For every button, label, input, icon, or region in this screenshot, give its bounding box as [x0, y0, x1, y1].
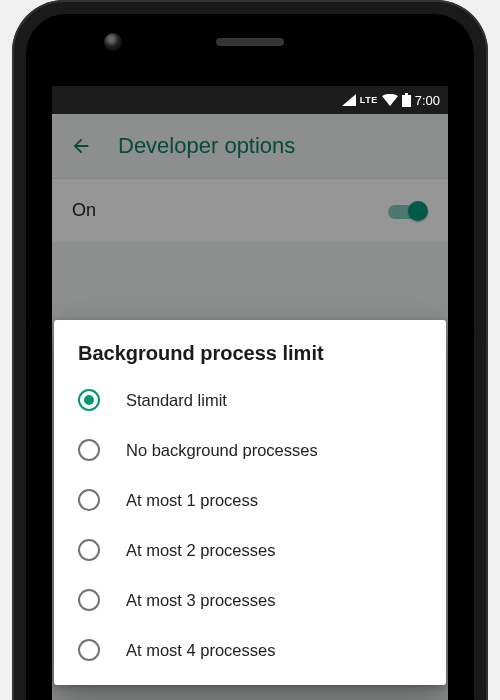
phone-speaker: [216, 38, 284, 46]
option-at-most-4[interactable]: At most 4 processes: [54, 625, 446, 675]
option-label: At most 3 processes: [126, 591, 275, 610]
radio-icon: [78, 589, 100, 611]
wifi-icon: [382, 94, 398, 106]
option-label: At most 4 processes: [126, 641, 275, 660]
option-no-background[interactable]: No background processes: [54, 425, 446, 475]
master-toggle-label: On: [72, 200, 96, 221]
svg-rect-0: [402, 95, 411, 107]
option-standard-limit[interactable]: Standard limit: [54, 375, 446, 425]
option-at-most-3[interactable]: At most 3 processes: [54, 575, 446, 625]
clock-text: 7:00: [415, 93, 440, 108]
radio-icon: [78, 639, 100, 661]
network-label: LTE: [360, 95, 378, 105]
option-at-most-1[interactable]: At most 1 process: [54, 475, 446, 525]
dialog-title: Background process limit: [54, 342, 446, 375]
process-limit-dialog: Background process limit Standard limit …: [54, 320, 446, 685]
status-bar: LTE 7:00: [52, 86, 448, 114]
app-bar: Developer options: [52, 114, 448, 178]
option-label: Standard limit: [126, 391, 227, 410]
page-title: Developer options: [118, 133, 295, 159]
master-toggle-row[interactable]: On: [52, 178, 448, 242]
svg-rect-1: [405, 93, 408, 95]
radio-icon: [78, 439, 100, 461]
option-label: At most 1 process: [126, 491, 258, 510]
radio-icon: [78, 539, 100, 561]
phone-camera: [104, 33, 122, 51]
battery-icon: [402, 93, 411, 107]
master-toggle-switch[interactable]: [388, 199, 428, 223]
signal-icon: [342, 94, 356, 106]
option-label: At most 2 processes: [126, 541, 275, 560]
back-icon[interactable]: [70, 135, 92, 157]
option-at-most-2[interactable]: At most 2 processes: [54, 525, 446, 575]
option-label: No background processes: [126, 441, 318, 460]
radio-icon: [78, 389, 100, 411]
radio-icon: [78, 489, 100, 511]
